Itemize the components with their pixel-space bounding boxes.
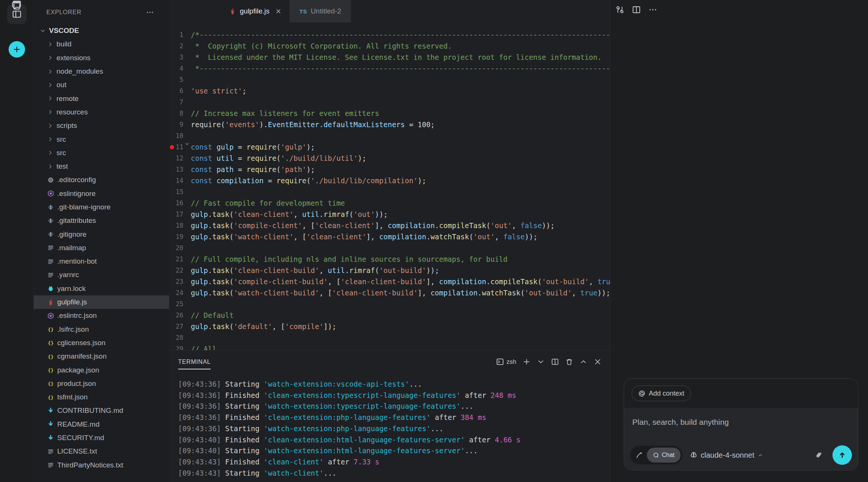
send-button[interactable]: [832, 445, 852, 465]
fold-gutter: [183, 287, 191, 298]
tab-untitled-2[interactable]: TSUntitled-2: [290, 0, 351, 22]
line-number: 8: [174, 108, 183, 119]
file-row--eslintrc-json[interactable]: .eslintrc.json: [34, 309, 169, 322]
chevron-right-icon: [47, 150, 54, 156]
compose-button[interactable]: [632, 451, 647, 459]
file-row-tsfmt-json[interactable]: {}tsfmt.json: [34, 390, 169, 404]
file-row-cglicenses-json[interactable]: {}cglicenses.json: [34, 336, 169, 350]
attach-button[interactable]: [814, 451, 823, 459]
line-number: 6: [174, 85, 183, 96]
file-row-readme-md[interactable]: README.md: [34, 418, 169, 431]
folder-row-resources[interactable]: resources: [34, 105, 169, 119]
tree-item-label: .lsifrc.json: [57, 325, 89, 334]
close-panel-icon[interactable]: [594, 358, 602, 366]
file-row--editorconfig[interactable]: .editorconfig: [34, 173, 169, 187]
archive-button[interactable]: [12, 0, 22, 10]
explorer-title: EXPLORER: [46, 9, 82, 16]
md-file-icon: [47, 407, 54, 414]
folder-row-build[interactable]: build: [34, 37, 169, 51]
maximize-panel-icon[interactable]: [580, 358, 587, 366]
folder-row-extensions[interactable]: extensions: [34, 51, 169, 65]
code-text: gulp.task('clean-client', util.rimraf('o…: [191, 209, 610, 220]
chevron-right-icon: [47, 41, 54, 47]
terminal-output[interactable]: [09:43:36] Starting 'watch-extension:vsc…: [178, 379, 607, 482]
handoff-icon[interactable]: [615, 5, 624, 14]
terminal-line: [09:43:36] Starting 'watch-extension:typ…: [178, 401, 607, 412]
split-terminal-icon[interactable]: [551, 358, 559, 366]
code-line-10: 10: [169, 130, 610, 141]
code-text: gulp.task('clean-client-build', util.rim…: [191, 265, 610, 276]
folder-row-test[interactable]: test: [34, 160, 169, 173]
tree-item-label: cgmanifest.json: [57, 352, 107, 360]
folder-row-out[interactable]: out: [34, 78, 169, 92]
folder-row-vscode[interactable]: VSCODE: [34, 24, 169, 37]
new-terminal-icon[interactable]: [523, 358, 531, 366]
tab-gulpfile-js[interactable]: gulpfile.js: [221, 0, 290, 22]
new-chat-button[interactable]: [9, 41, 25, 58]
terminal-dropdown-icon[interactable]: [537, 358, 545, 366]
tab-bar: gulpfile.jsTSUntitled-2: [169, 0, 610, 22]
close-tab-icon[interactable]: [275, 8, 281, 14]
json-file-icon: {}: [47, 394, 54, 401]
more-actions-icon[interactable]: [648, 5, 657, 14]
code-editor[interactable]: 1/*-------------------------------------…: [169, 22, 610, 350]
file-row--gitattributes[interactable]: .gitattributes: [34, 214, 169, 227]
file-row--gitignore[interactable]: .gitignore: [34, 227, 169, 241]
code-line-27: 27gulp.task('default', ['compile']);: [169, 321, 610, 332]
breakpoint-gutter: [169, 85, 174, 96]
file-row--lsifrc-json[interactable]: {}.lsifrc.json: [34, 323, 169, 336]
breakpoint-gutter: [169, 130, 174, 141]
mode-switcher: Chat: [630, 446, 682, 464]
file-row-cgmanifest-json[interactable]: {}cgmanifest.json: [34, 350, 169, 363]
folder-row-src[interactable]: src: [34, 146, 169, 160]
line-number: 26: [174, 310, 183, 321]
tree-item-label: VSCODE: [49, 27, 79, 35]
split-editor-icon[interactable]: [632, 5, 641, 14]
file-row--yarnrc[interactable]: .yarnrc: [34, 268, 169, 282]
shell-select-button[interactable]: zsh: [496, 358, 516, 366]
file-row-contributing-md[interactable]: CONTRIBUTING.md: [34, 404, 169, 417]
code-line-20: 20: [169, 242, 610, 254]
fold-gutter: [183, 29, 191, 40]
chat-mode-button[interactable]: Chat: [647, 448, 681, 463]
file-row-thirdpartynotices-txt[interactable]: ThirdPartyNotices.txt: [34, 458, 169, 472]
explorer-more-icon[interactable]: [146, 8, 154, 16]
add-context-button[interactable]: Add context: [632, 386, 691, 401]
svg-text:{}: {}: [48, 340, 54, 346]
gear-file-icon: [47, 176, 54, 184]
file-row-product-json[interactable]: {}product.json: [34, 377, 169, 390]
file-row-package-json[interactable]: {}package.json: [34, 363, 169, 377]
folder-row-scripts[interactable]: scripts: [34, 119, 169, 132]
file-row-gulpfile-js[interactable]: gulpfile.js: [34, 295, 169, 309]
chevron-down-icon[interactable]: [184, 141, 190, 147]
file-row--eslintignore[interactable]: .eslintignore: [34, 187, 169, 200]
kill-terminal-icon[interactable]: [565, 358, 573, 366]
terminal-line: [09:43:36] Finished 'clean-extension:php…: [178, 412, 607, 423]
file-row--git-blame-ignore[interactable]: .git-blame-ignore: [34, 200, 169, 214]
lines-file-icon: [47, 244, 54, 251]
tree-item-label: CONTRIBUTING.md: [57, 406, 123, 415]
code-line-26: 26// Default: [169, 310, 610, 321]
tree-item-label: product.json: [57, 380, 96, 388]
folder-row-node-modules[interactable]: node_modules: [34, 65, 169, 78]
file-row-license-txt[interactable]: LICENSE.txt: [34, 445, 169, 458]
lines-file-icon: [47, 258, 54, 265]
folder-row-src[interactable]: src: [34, 132, 169, 146]
model-selector[interactable]: claude-4-sonnet: [690, 451, 763, 460]
fold-chevron-icon: [183, 141, 191, 153]
code-text: *---------------------------------------…: [191, 63, 610, 74]
folder-row-remote[interactable]: remote: [34, 92, 169, 105]
layout-sidebar-icon: [12, 9, 22, 19]
breakpoint-gutter: [169, 321, 174, 332]
file-row-yarn-lock[interactable]: yarn.lock: [34, 282, 169, 295]
file-row--mention-bot[interactable]: .mention-bot: [34, 255, 169, 268]
code-text: // Increase max listeners for event emit…: [191, 108, 610, 119]
file-row--mailmap[interactable]: .mailmap: [34, 241, 169, 255]
file-row-security-md[interactable]: SECURITY.md: [34, 431, 169, 445]
tab-terminal[interactable]: TERMINAL: [178, 359, 211, 369]
tree-item-label: cglicenses.json: [57, 339, 106, 347]
json-file-icon: {}: [47, 339, 54, 346]
json-file-icon: {}: [47, 353, 54, 360]
code-line-13: 13const path = require('path');: [169, 164, 610, 175]
tab-label: Untitled-2: [311, 7, 341, 15]
